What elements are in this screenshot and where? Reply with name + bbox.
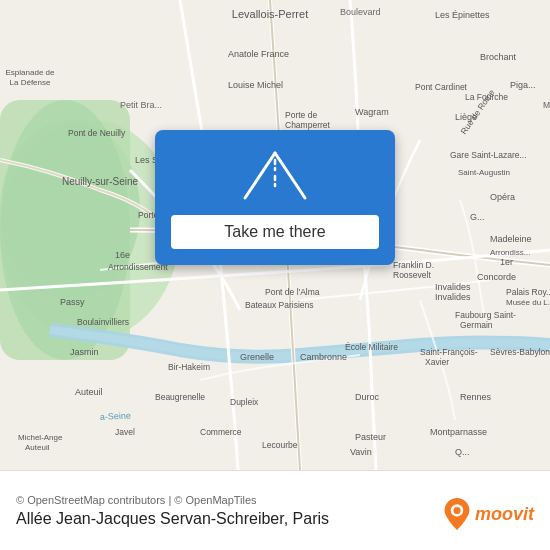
moovit-pin-icon [443,498,471,530]
svg-line-76 [275,153,305,198]
bottom-bar: © OpenStreetMap contributors | © OpenMap… [0,470,550,550]
svg-text:Xavier: Xavier [425,357,449,367]
svg-point-80 [453,507,460,514]
svg-text:Montparnasse: Montparnasse [430,427,487,437]
svg-text:Anatole France: Anatole France [228,49,289,59]
svg-text:Auteuil: Auteuil [75,387,103,397]
svg-text:Pasteur: Pasteur [355,432,386,442]
svg-text:Lecourbe: Lecourbe [262,440,298,450]
svg-text:M...: M... [543,100,550,110]
svg-text:Roosevelt: Roosevelt [393,270,431,280]
svg-text:Louise Michel: Louise Michel [228,80,283,90]
map-container: Levallois-Perret Neuilly-sur-Seine Espla… [0,0,550,550]
svg-text:Invalides: Invalides [435,282,471,292]
svg-text:Germain: Germain [460,320,493,330]
svg-text:Saint-François-: Saint-François- [420,347,478,357]
svg-text:Neuilly-sur-Seine: Neuilly-sur-Seine [62,176,139,187]
svg-text:Pont de Neuilly: Pont de Neuilly [68,128,126,138]
svg-text:Q...: Q... [455,447,470,457]
svg-text:Opéra: Opéra [490,192,515,202]
svg-text:Grenelle: Grenelle [240,352,274,362]
svg-text:16e: 16e [115,250,130,260]
svg-text:Faubourg Saint-: Faubourg Saint- [455,310,516,320]
svg-text:Musée du L...: Musée du L... [506,298,550,307]
take-me-there-button[interactable]: Take me there [171,215,379,249]
svg-text:Sèvres-Babylone: Sèvres-Babylone [490,347,550,357]
svg-text:Saint-Augustin: Saint-Augustin [458,168,510,177]
svg-text:Cambronne: Cambronne [300,352,347,362]
svg-text:Rennes: Rennes [460,392,492,402]
svg-text:La Défense: La Défense [10,78,51,87]
moovit-logo: moovit [443,498,534,530]
svg-text:Passy: Passy [60,297,85,307]
svg-text:Madeleine: Madeleine [490,234,532,244]
svg-text:Duroc: Duroc [355,392,380,402]
svg-text:Wagram: Wagram [355,107,389,117]
svg-text:Petit Bra...: Petit Bra... [120,100,162,110]
svg-text:Dupleix: Dupleix [230,397,259,407]
svg-text:Franklin D.: Franklin D. [393,260,434,270]
road-card: Take me there [155,130,395,265]
svg-text:Gare Saint-Lazare...: Gare Saint-Lazare... [450,150,527,160]
svg-text:Beaugrenelle: Beaugrenelle [155,392,205,402]
svg-text:Pont Cardinet: Pont Cardinet [415,82,468,92]
svg-text:Pont de l'Alma: Pont de l'Alma [265,287,320,297]
svg-text:Bateaux Parisiens: Bateaux Parisiens [245,300,314,310]
moovit-brand-text: moovit [475,504,534,525]
svg-text:Piga...: Piga... [510,80,536,90]
svg-text:École Militaire: École Militaire [345,342,398,352]
svg-text:Auteuil: Auteuil [25,443,50,452]
svg-text:Concorde: Concorde [477,272,516,282]
svg-text:Bir-Hakeim: Bir-Hakeim [168,362,210,372]
road-icon [235,148,315,203]
svg-text:a-Seine: a-Seine [100,410,132,422]
svg-text:Vavin: Vavin [350,447,372,457]
svg-text:Boulainvilliers: Boulainvilliers [77,317,129,327]
svg-text:Levallois-Perret: Levallois-Perret [232,8,308,20]
svg-text:Michel-Ange: Michel-Ange [18,433,63,442]
svg-line-75 [245,153,275,198]
svg-text:Invalides: Invalides [435,292,471,302]
svg-text:Champerret: Champerret [285,120,331,130]
svg-text:Brochant: Brochant [480,52,517,62]
svg-text:1er: 1er [500,257,513,267]
svg-text:Commerce: Commerce [200,427,242,437]
svg-text:Arrondiss...: Arrondiss... [490,248,530,257]
svg-text:Palais Roy...: Palais Roy... [506,287,550,297]
svg-text:G...: G... [470,212,485,222]
svg-text:Esplanade de: Esplanade de [6,68,55,77]
svg-text:Porte de: Porte de [285,110,317,120]
svg-text:Boulevard: Boulevard [340,7,381,17]
svg-text:Javel: Javel [115,427,135,437]
svg-text:Les Épinettes: Les Épinettes [435,10,490,20]
svg-text:Jasmin: Jasmin [70,347,99,357]
